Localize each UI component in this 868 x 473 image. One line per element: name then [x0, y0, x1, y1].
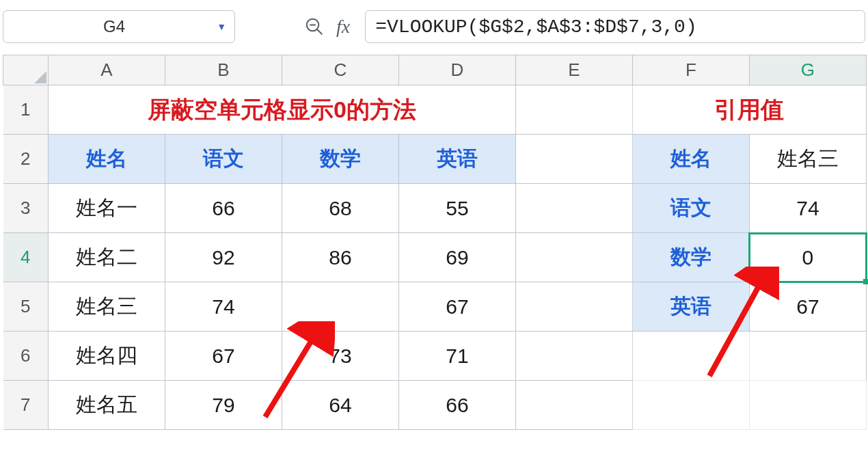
zoom-out-icon[interactable] [302, 14, 327, 39]
right-value-0[interactable]: 姓名三 [749, 135, 866, 184]
left-header-1[interactable]: 语文 [165, 135, 282, 184]
cell-G7[interactable] [749, 381, 866, 430]
cell-C6[interactable]: 73 [282, 332, 398, 381]
cell-D6[interactable]: 71 [398, 332, 515, 381]
cell-A5[interactable]: 姓名三 [48, 282, 165, 332]
cell-D5[interactable]: 67 [398, 282, 515, 332]
cell-D4[interactable]: 69 [398, 233, 515, 282]
left-header-2[interactable]: 数学 [282, 135, 398, 184]
cell-E6[interactable] [515, 332, 632, 381]
cell-A3[interactable]: 姓名一 [48, 184, 165, 233]
right-value-2[interactable]: 0 [749, 233, 866, 282]
col-header-D[interactable]: D [398, 55, 515, 85]
formula-input[interactable] [365, 10, 865, 43]
left-header-0[interactable]: 姓名 [48, 135, 165, 184]
row-header-2[interactable]: 2 [3, 135, 49, 184]
col-header-F[interactable]: F [632, 55, 749, 85]
row-header-5[interactable]: 5 [3, 282, 49, 332]
cell-C3[interactable]: 68 [282, 184, 398, 233]
cell-B7[interactable]: 79 [165, 381, 282, 430]
column-header-row: A B C D E F G [3, 55, 867, 85]
row-header-3[interactable]: 3 [3, 184, 49, 233]
cell-C7[interactable]: 64 [282, 381, 398, 430]
cell-A4[interactable]: 姓名二 [48, 233, 165, 282]
svg-line-1 [317, 29, 322, 34]
chevron-down-icon[interactable]: ▼ [217, 21, 226, 32]
cell-B4[interactable]: 92 [165, 233, 282, 282]
right-label-2[interactable]: 数学 [632, 233, 749, 282]
row-header-1[interactable]: 1 [3, 85, 49, 135]
cell-B6[interactable]: 67 [165, 332, 282, 381]
fx-button[interactable]: fx [336, 16, 350, 38]
cell-D7[interactable]: 66 [398, 381, 515, 430]
right-value-1[interactable]: 74 [749, 184, 866, 233]
cell-D3[interactable]: 55 [398, 184, 515, 233]
cell-E1[interactable] [515, 85, 632, 135]
right-label-0[interactable]: 姓名 [632, 135, 749, 184]
right-title[interactable]: 引用值 [632, 85, 866, 135]
svg-marker-3 [34, 71, 46, 83]
col-header-B[interactable]: B [165, 55, 282, 85]
cell-C5[interactable] [282, 282, 398, 332]
cell-E2[interactable] [515, 135, 632, 184]
cell-F7[interactable] [632, 381, 749, 430]
right-label-1[interactable]: 语文 [632, 184, 749, 233]
spreadsheet-grid[interactable]: A B C D E F G 1 屏蔽空单元格显示0的方法 引用值 2 姓名 语文… [0, 55, 868, 430]
formula-bar: G4 ▼ fx [0, 0, 868, 48]
cell-A6[interactable]: 姓名四 [48, 332, 165, 381]
cell-E7[interactable] [515, 381, 632, 430]
cell-A7[interactable]: 姓名五 [48, 381, 165, 430]
cell-G6[interactable] [749, 332, 866, 381]
cell-E4[interactable] [515, 233, 632, 282]
cell-F6[interactable] [632, 332, 749, 381]
cell-B3[interactable]: 66 [165, 184, 282, 233]
col-header-A[interactable]: A [48, 55, 165, 85]
cell-C4[interactable]: 86 [282, 233, 398, 282]
name-box[interactable]: G4 ▼ [3, 10, 235, 43]
left-header-3[interactable]: 英语 [398, 135, 515, 184]
right-label-3[interactable]: 英语 [632, 282, 749, 332]
row-header-4[interactable]: 4 [3, 233, 49, 282]
name-box-value: G4 [12, 17, 217, 36]
col-header-G[interactable]: G [749, 55, 866, 85]
row-header-6[interactable]: 6 [3, 332, 49, 381]
right-value-3[interactable]: 67 [749, 282, 866, 332]
cell-B5[interactable]: 74 [165, 282, 282, 332]
select-all-corner[interactable] [3, 55, 49, 85]
cell-E5[interactable] [515, 282, 632, 332]
row-header-7[interactable]: 7 [3, 381, 49, 430]
col-header-C[interactable]: C [282, 55, 398, 85]
cell-E3[interactable] [515, 184, 632, 233]
col-header-E[interactable]: E [515, 55, 632, 85]
left-title[interactable]: 屏蔽空单元格显示0的方法 [48, 85, 515, 135]
